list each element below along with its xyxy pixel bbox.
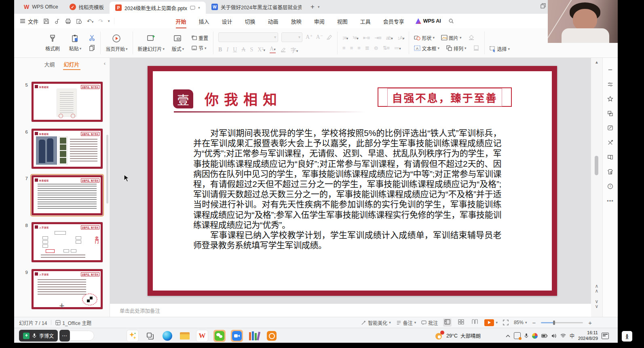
scrollbar-thumb[interactable] [595,156,598,175]
zoom-slider-knob[interactable] [553,320,555,325]
meeting-more-button[interactable]: ⋯ [59,330,70,342]
meeting-app-button[interactable] [231,330,243,342]
zoom-level[interactable]: 85%▾ [514,320,527,325]
recorder-app-button[interactable] [266,330,278,342]
template-search-icon[interactable] [607,169,613,175]
underline-button[interactable]: U [233,47,237,53]
increase-font-button[interactable]: A⁺ [306,34,313,40]
font-family-select[interactable]: ▾ [218,32,278,42]
edge-browser-button[interactable] [161,330,173,342]
tab-word-document[interactable]: W 关于做好2024年黑龙江省基层就业资 [206,0,307,14]
output-icon[interactable] [54,18,60,24]
font-color-button[interactable]: A▾ [270,46,276,53]
notification-center-icon[interactable] [602,333,609,339]
tab-docer-templates[interactable]: ✓ 找稻壳模板 [64,0,110,14]
tab-current-presentation[interactable]: P 2024级新生线上见面会.pptx • [110,2,206,14]
notes-bar[interactable]: 单击此处添加备注 [110,303,591,317]
search-icon[interactable] [448,18,454,24]
weather-widget[interactable]: 29°C 大部晴朗 [435,328,481,343]
cut-button[interactable] [89,34,95,41]
theme-indicator[interactable]: 1_Office 主题 [55,319,91,326]
library-app-button[interactable] [248,330,260,342]
effects-star-icon[interactable] [607,96,613,102]
reset-button[interactable]: 重置 [191,34,208,41]
taskbar-clock[interactable]: 16:11 2024/8/29 [578,330,598,342]
tab-transitions[interactable]: 切换 [244,16,256,27]
ime-indicator[interactable]: 中 [570,332,574,339]
hidden-icons-chevron[interactable] [506,334,510,337]
vertical-scrollbar[interactable]: ▲ ∧∧ ∨∨ [591,58,602,317]
battery-icon[interactable] [541,334,548,338]
tab-design[interactable]: 设计 [221,16,233,27]
new-slide-button[interactable]: 新建幻灯片▾ [138,34,165,52]
chevron-down-icon[interactable]: ▾ [92,20,94,24]
fill-color-button[interactable] [468,34,475,41]
file-menu-button[interactable]: 文件 [14,17,43,25]
italic-button[interactable]: I [226,47,228,53]
numbered-list-button[interactable]: ¹≡▾ [353,35,358,41]
bullet-list-button[interactable]: ⁝≡▾ [342,35,348,41]
tab-tools[interactable]: 工具 [359,16,372,27]
collapse-panel-icon[interactable]: ‹ [104,60,106,66]
paste-button[interactable]: 粘贴▾ [66,34,84,52]
tab-animations[interactable]: 动画 [267,16,279,27]
tray-color-icon[interactable] [532,333,538,339]
meeting-panel-collapse-button[interactable]: ∧ ∧ [622,331,632,342]
more-icon[interactable]: ••• [607,198,614,204]
strikethrough-a-button[interactable]: A [241,47,245,53]
zoom-out-button[interactable]: − [532,319,536,326]
fit-slide-button[interactable] [503,320,509,325]
shapes-button[interactable]: 形状▾ [414,34,435,41]
increase-indent-button[interactable]: ⇥≡ [374,35,381,41]
tab-slides[interactable]: 幻灯片 [64,60,80,68]
text-direction-button[interactable]: ↕A▾ [397,35,404,41]
new-tab-button[interactable]: + [307,3,318,11]
scroll-up-icon[interactable]: ▲ [591,60,602,64]
tab-home[interactable]: 开始 [175,16,187,27]
zoom-in-button[interactable]: + [588,319,592,326]
line-spacing-button[interactable]: ⇅≡ [383,45,389,51]
justify-button[interactable]: ≣ [365,45,369,51]
wechat-button[interactable] [213,330,226,342]
tab-list-chevron-icon[interactable]: ▾ [318,5,320,9]
hide-toolbar-icon[interactable] [607,67,613,73]
save-icon[interactable] [43,18,49,24]
distribute-button[interactable]: ⊜ [374,45,378,51]
textbox-button[interactable]: A 文本框▾ [414,45,439,52]
select-button[interactable]: 选择▾ [490,45,510,52]
font-size-select[interactable]: ▾ [281,32,302,42]
align-center-button[interactable]: ≡ [350,45,353,51]
add-slide-button[interactable]: + [14,301,110,311]
wps-ai-button[interactable]: WPS AI [416,18,441,24]
redo-button[interactable]: ↷ [98,18,103,24]
wps-office-button[interactable]: W [196,330,208,342]
task-view-button[interactable] [144,330,156,342]
undo-button[interactable]: ↶▾ [87,18,93,24]
tab-slideshow[interactable]: 放映 [290,16,302,27]
tray-microphone-icon[interactable] [524,333,528,338]
microphone-icon[interactable] [32,333,36,338]
restore-window-button[interactable] [541,3,546,8]
customize-toolbar-chevron-icon[interactable]: ▾ [108,19,110,23]
layout-button[interactable]: 版式▾ [169,34,187,52]
highlight-color-button[interactable] [280,47,286,53]
tab-member[interactable]: 会员专享 [382,16,405,27]
strikethrough-button[interactable]: S [250,47,253,53]
format-painter-button[interactable]: 格式刷 [43,34,62,52]
panel-scrollbar[interactable] [106,135,108,204]
align-right-button[interactable]: ≡ [357,45,360,51]
copy-button[interactable] [89,45,95,51]
picture-button[interactable]: 图片▾ [441,34,462,41]
layers-icon[interactable] [607,110,613,117]
notes-toggle-button[interactable]: 备注▾ [396,319,416,326]
align-left-button[interactable]: ≡ [342,45,345,51]
arrange-button[interactable]: 排列▾ [446,45,467,52]
smart-beautify-button[interactable]: 智能美化▾ [361,319,391,326]
decrease-font-button[interactable]: A⁻ [316,34,323,40]
properties-icon[interactable] [607,81,613,87]
next-slide-button[interactable]: ∨∨ [591,299,602,309]
bold-button[interactable]: B [218,47,222,53]
tab-insert[interactable]: 插入 [198,16,210,27]
columns-button[interactable]: ab▾ [386,35,393,41]
superscript-button[interactable]: X²▾ [258,47,265,53]
